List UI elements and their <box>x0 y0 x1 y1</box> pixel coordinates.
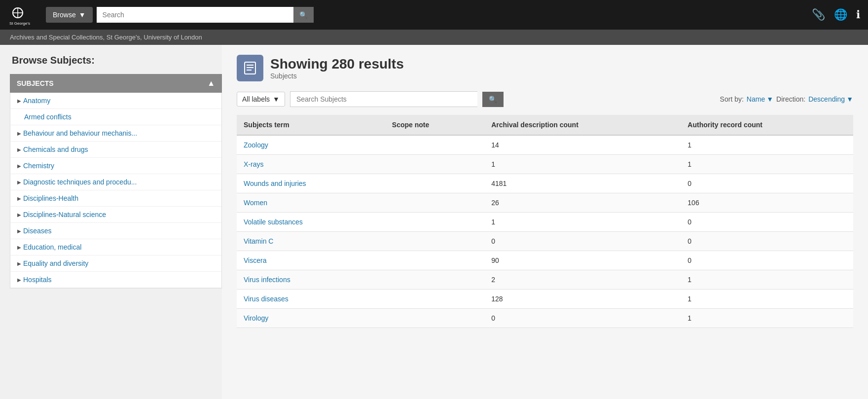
sidebar-item-hospitals[interactable]: ▶ Hospitals <box>10 272 221 288</box>
sort-field: Name <box>747 95 765 103</box>
subject-term-link[interactable]: Virus infections <box>244 276 290 284</box>
results-subtitle: Subjects <box>270 72 404 80</box>
sidebar-item-armed-conflicts[interactable]: Armed conflicts <box>10 109 221 125</box>
subject-term-link[interactable]: Virus diseases <box>244 295 289 303</box>
svg-rect-8 <box>247 70 252 71</box>
subject-term-link[interactable]: Volatile substances <box>244 218 303 226</box>
sidebar-item-equality[interactable]: ▶ Equality and diversity <box>10 255 221 272</box>
subject-term-link[interactable]: Virology <box>244 314 268 322</box>
cell-authority-count: 1 <box>681 309 853 328</box>
table-row: X-rays11 <box>237 155 853 174</box>
subject-term-link[interactable]: Vitamin C <box>244 237 273 245</box>
cell-term: Wounds and injuries <box>237 174 385 193</box>
scroll-up-button[interactable]: ▲ <box>207 79 215 88</box>
cell-authority-count: 1 <box>681 155 853 174</box>
cell-scope <box>385 155 484 174</box>
cell-authority-count: 106 <box>681 193 853 213</box>
table-row: Zoology141 <box>237 135 853 155</box>
expand-icon: ▶ <box>17 277 21 283</box>
cell-authority-count: 1 <box>681 135 853 155</box>
cell-archival-count: 1 <box>484 213 681 232</box>
cell-archival-count: 0 <box>484 309 681 328</box>
direction-value-link[interactable]: Descending ▼ <box>808 95 853 103</box>
cell-archival-count: 1 <box>484 155 681 174</box>
subject-search-button[interactable]: 🔍 <box>482 92 504 107</box>
table-row: Women26106 <box>237 193 853 213</box>
table-row: Virus diseases1281 <box>237 290 853 309</box>
subject-term-link[interactable]: Wounds and injuries <box>244 180 306 187</box>
sort-chevron-icon: ▼ <box>766 95 773 103</box>
sidebar-item-diseases[interactable]: ▶ Diseases <box>10 223 221 239</box>
globe-icon-button[interactable]: 🌐 <box>834 8 847 21</box>
table-header: Subjects term Scope note Archival descri… <box>237 115 853 135</box>
cell-term: X-rays <box>237 155 385 174</box>
search-input[interactable] <box>97 7 293 23</box>
label-select[interactable]: All labels ▼ <box>237 92 285 107</box>
direction-label: Direction: <box>776 95 805 103</box>
cell-term: Women <box>237 193 385 213</box>
subject-term-link[interactable]: X-rays <box>244 160 263 168</box>
expand-icon: ▶ <box>17 261 21 266</box>
table-row: Vitamin C00 <box>237 232 853 251</box>
results-table: Subjects term Scope note Archival descri… <box>237 115 853 328</box>
paperclip-icon-button[interactable]: 📎 <box>812 8 825 21</box>
results-icon <box>237 55 263 81</box>
svg-rect-7 <box>247 67 253 68</box>
sidebar-item-disciplines-natural[interactable]: ▶ Disciplines-Natural science <box>10 207 221 223</box>
sidebar-item-label: Chemicals and drugs <box>23 145 88 153</box>
sidebar-item-diagnostic[interactable]: ▶ Diagnostic techniques and procedu... <box>10 174 221 190</box>
subjects-header: SUBJECTS ▲ <box>10 74 222 93</box>
cell-term: Volatile substances <box>237 213 385 232</box>
table-row: Volatile substances10 <box>237 213 853 232</box>
cell-authority-count: 0 <box>681 213 853 232</box>
table-row: Virus infections21 <box>237 270 853 290</box>
expand-icon: ▶ <box>17 228 21 234</box>
search-button[interactable]: 🔍 <box>293 7 314 23</box>
subject-term-link[interactable]: Women <box>244 199 267 207</box>
cell-scope <box>385 290 484 309</box>
nav-icons: 📎 🌐 ℹ <box>812 8 860 21</box>
col-subjects-term: Subjects term <box>237 115 385 135</box>
sidebar-item-behaviour[interactable]: ▶ Behaviour and behaviour mechanis... <box>10 125 221 142</box>
sidebar-item-chemistry[interactable]: ▶ Chemistry <box>10 158 221 174</box>
col-archival-count: Archival description count <box>484 115 681 135</box>
subjects-header-label: SUBJECTS <box>17 79 54 87</box>
sidebar-item-chemicals[interactable]: ▶ Chemicals and drugs <box>10 142 221 158</box>
paperclip-icon: 📎 <box>812 8 825 21</box>
info-icon-button[interactable]: ℹ <box>856 8 860 21</box>
sidebar-list: ▶ Anatomy Armed conflicts ▶ Behaviour an… <box>10 93 222 289</box>
label-select-text: All labels <box>242 95 270 103</box>
cell-authority-count: 0 <box>681 251 853 270</box>
cell-archival-count: 4181 <box>484 174 681 193</box>
sidebar-item-label: Diseases <box>23 227 52 235</box>
sidebar-item-label: Diagnostic techniques and procedu... <box>23 178 137 186</box>
sidebar-item-education[interactable]: ▶ Education, medical <box>10 239 221 255</box>
expand-icon: ▶ <box>17 131 21 136</box>
sidebar-item-label: Anatomy <box>23 97 50 105</box>
globe-icon: 🌐 <box>834 8 847 21</box>
cell-authority-count: 0 <box>681 174 853 193</box>
sidebar-item-label: Equality and diversity <box>23 259 88 267</box>
subjects-icon <box>243 61 257 75</box>
table-row: Virology01 <box>237 309 853 328</box>
main-layout: Browse Subjects: SUBJECTS ▲ ▶ Anatomy Ar… <box>0 45 868 399</box>
sidebar-item-anatomy[interactable]: ▶ Anatomy <box>10 93 221 109</box>
cell-scope <box>385 213 484 232</box>
expand-icon: ▶ <box>17 245 21 250</box>
cell-term: Vitamin C <box>237 232 385 251</box>
content-area: Showing 280 results Subjects All labels … <box>222 45 868 399</box>
col-authority-count: Authority record count <box>681 115 853 135</box>
cell-authority-count: 1 <box>681 270 853 290</box>
table-row: Wounds and injuries41810 <box>237 174 853 193</box>
cell-term: Virus diseases <box>237 290 385 309</box>
table-body: Zoology141X-rays11Wounds and injuries418… <box>237 135 853 328</box>
subject-search-input[interactable] <box>290 91 477 107</box>
sort-name-link[interactable]: Name ▼ <box>747 95 773 103</box>
sidebar-item-disciplines-health[interactable]: ▶ Disciplines-Health <box>10 190 221 207</box>
subtitle-bar: Archives and Special Collections, St Geo… <box>0 30 868 45</box>
browse-button[interactable]: Browse ▼ <box>46 7 93 23</box>
subject-term-link[interactable]: Zoology <box>244 141 268 149</box>
subject-term-link[interactable]: Viscera <box>244 256 266 264</box>
browse-label: Browse <box>53 11 76 19</box>
search-icon: 🔍 <box>299 11 308 19</box>
